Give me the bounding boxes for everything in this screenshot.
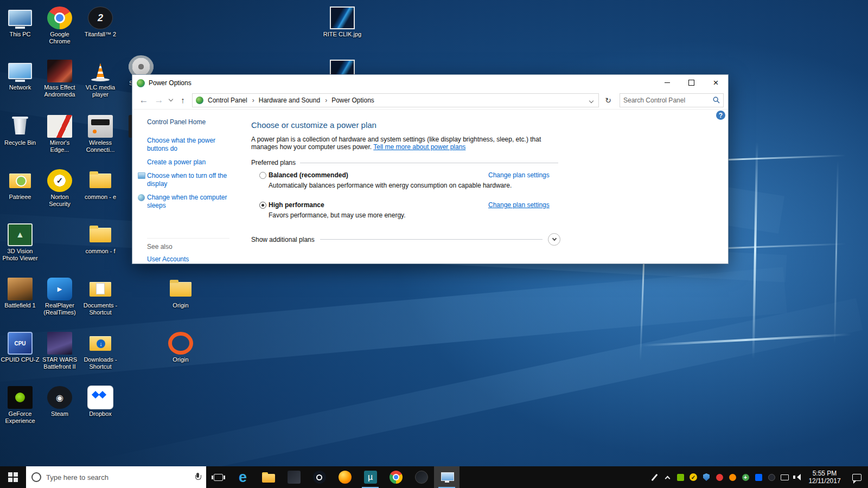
desktop-icon-documents-shortcut[interactable]: Documents - Shortcut (81, 278, 120, 316)
desktop-icon-common-e[interactable]: common - e (81, 169, 120, 201)
taskbar-clock[interactable]: 5:55 PM 12/11/2017 (804, 466, 845, 488)
tray-icon-nvidia[interactable] (674, 466, 687, 488)
high-performance-change-plan-settings-link[interactable]: Change plan settings (488, 201, 550, 209)
desktop-icon-common-f[interactable]: common - f (81, 223, 120, 255)
titlebar[interactable]: Power Options (132, 75, 728, 91)
user-folder-icon (8, 169, 33, 192)
tray-icon-display-settings[interactable] (778, 466, 791, 488)
tray-icon-windows-ink[interactable] (648, 466, 661, 488)
desktop-icon-geforce-experience[interactable]: GeForce Experience (1, 386, 40, 425)
sidebar-link-label: User Accounts (147, 255, 189, 263)
desktop-icon-label: common - f (81, 248, 120, 255)
tray-icon-volume[interactable] (791, 466, 804, 488)
desktop-icon-wireless-connection[interactable]: Wireless Connecti... (81, 115, 120, 153)
sidebar-link-computer-sleeps[interactable]: Change when the computer sleeps (147, 194, 229, 210)
desktop-icon-norton-security[interactable]: Norton Security (40, 169, 79, 208)
desktop-icon-patrieee[interactable]: Patrieee (1, 169, 40, 201)
desktop-icon-realplayer[interactable]: RealPlayer (RealTimes) (40, 278, 79, 316)
taskbar-search-input[interactable] (46, 473, 190, 481)
battlefront-icon (47, 332, 72, 355)
chevron-down-icon (169, 97, 173, 101)
address-dropdown-button[interactable] (588, 97, 595, 104)
desktop-icon-recycle-bin[interactable]: Recycle Bin (1, 115, 40, 146)
desktop-icon-downloads-shortcut[interactable]: Downloads - Shortcut (81, 332, 120, 370)
sidebar: Control Panel Home Choose what the power… (132, 110, 244, 264)
desktop-icon-origin[interactable]: Origin (161, 332, 200, 363)
recent-locations-dropdown[interactable] (167, 93, 175, 107)
desktop-icon-vlc-media-player[interactable]: VLC media player (81, 60, 120, 98)
tray-icon-show-hidden-icons[interactable] (661, 466, 674, 488)
desktop-icon-star-wars-battlefront-ii[interactable]: STAR WARS Battlefront II (40, 332, 79, 370)
desktop-icon-label: GeForce Experience (1, 410, 40, 425)
back-button[interactable] (137, 93, 151, 107)
desktop-icon-this-pc[interactable]: This PC (1, 7, 40, 38)
desktop-icon-label: Google Chrome (40, 31, 79, 45)
start-button[interactable] (0, 466, 26, 488)
close-button[interactable] (704, 75, 728, 91)
microphone-icon[interactable] (195, 473, 201, 481)
taskbar-app-chrome[interactable] (383, 466, 409, 488)
breadcrumb-segment-hardware-and-sound[interactable]: Hardware and Sound (257, 97, 329, 104)
desktop-icon-titanfall-2[interactable]: Titanfall™ 2 (81, 7, 120, 38)
tray-icon-tray-red[interactable] (713, 466, 726, 488)
sidebar-link-user-accounts[interactable]: User Accounts (147, 255, 229, 264)
sidebar-link-create-plan[interactable]: Create a power plan (147, 158, 229, 166)
desktop-icon-mirrors-edge[interactable]: Mirror's Edge... (40, 115, 79, 153)
tell-me-more-link[interactable]: Tell me more about power plans (373, 143, 465, 151)
tray-icon-defender[interactable] (700, 466, 713, 488)
task-view-icon (214, 474, 223, 481)
taskbar-app-control-panel[interactable] (434, 466, 459, 488)
desktop-icon-3d-vision-photo-viewer[interactable]: 3D Vision Photo Viewer (1, 223, 40, 262)
desktop-icon-steam[interactable]: Steam (40, 386, 79, 418)
breadcrumb-segment-power-options[interactable]: Power Options (329, 97, 376, 104)
desktop-icon-label: STAR WARS Battlefront II (40, 356, 79, 370)
task-view-button[interactable] (206, 466, 230, 488)
sidebar-link-power-buttons[interactable]: Choose what the power buttons do (147, 137, 229, 153)
control-panel-search-input[interactable] (623, 97, 713, 104)
desktop-icon-cpuid-cpu-z[interactable]: CPUID CPU-Z (1, 332, 40, 363)
address-bar[interactable]: Control Panel Hardware and Sound Power O… (192, 93, 599, 107)
taskbar-app-file-explorer[interactable] (256, 466, 281, 488)
desktop-icon-label: CPUID CPU-Z (1, 356, 40, 363)
taskbar-searchbox[interactable] (26, 466, 206, 488)
taskbar-app-app-game[interactable] (281, 466, 307, 488)
action-center-button[interactable] (845, 466, 868, 488)
maximize-button[interactable] (679, 75, 704, 91)
desktop-icon-origin-folder[interactable]: Origin (161, 278, 200, 309)
sidebar-link-turn-off-display[interactable]: Choose when to turn off the display (147, 172, 229, 188)
desktop-icon-label: 3D Vision Photo Viewer (1, 248, 40, 262)
tray-icon-tray-health[interactable] (739, 466, 752, 488)
taskbar-app-edge[interactable] (230, 466, 256, 488)
control-panel-searchbox[interactable] (620, 93, 724, 107)
high-performance-radio[interactable] (259, 202, 266, 209)
breadcrumb-segment-control-panel[interactable]: Control Panel (206, 97, 257, 104)
taskbar-app-utorrent[interactable] (358, 466, 383, 488)
balanced-radio[interactable] (259, 172, 266, 179)
tray-icon-norton[interactable] (687, 466, 700, 488)
desktop-icon-google-chrome[interactable]: Google Chrome (40, 7, 79, 45)
chevron-down-icon (589, 98, 593, 102)
desktop-icon-dropbox[interactable]: Dropbox (81, 386, 120, 418)
sidebar-control-panel-home[interactable]: Control Panel Home (147, 118, 244, 126)
desktop-icon-network[interactable]: Network (1, 60, 40, 91)
up-button[interactable] (176, 93, 190, 107)
plan-high-performance: High performance Change plan settings Fa… (251, 201, 558, 219)
refresh-button[interactable] (601, 93, 615, 107)
forward-button[interactable] (152, 93, 166, 107)
tray-icon-steam-tray[interactable] (765, 466, 778, 488)
balanced-change-plan-settings-link[interactable]: Change plan settings (488, 171, 550, 179)
window-title: Power Options (149, 79, 655, 87)
taskbar-app-app-dark[interactable] (409, 466, 434, 488)
desktop-icon-mass-effect-andromeda[interactable]: Mass Effect Andromeda (40, 60, 79, 98)
desktop-icon-label: common - e (81, 194, 120, 201)
desktop-icon-rite-clik[interactable]: RITE CLIK.jpg (323, 7, 362, 38)
taskbar-app-firefox[interactable] (332, 466, 358, 488)
show-additional-plans-button[interactable] (548, 233, 560, 246)
minimize-button[interactable] (655, 75, 679, 91)
help-button[interactable] (716, 111, 725, 120)
tray-icon-tray-orange[interactable] (726, 466, 739, 488)
taskbar-app-steam[interactable] (307, 466, 332, 488)
tray-icon-dropbox[interactable] (752, 466, 765, 488)
image-icon (330, 7, 355, 29)
desktop-icon-battlefield-1[interactable]: Battlefield 1 (1, 278, 40, 309)
